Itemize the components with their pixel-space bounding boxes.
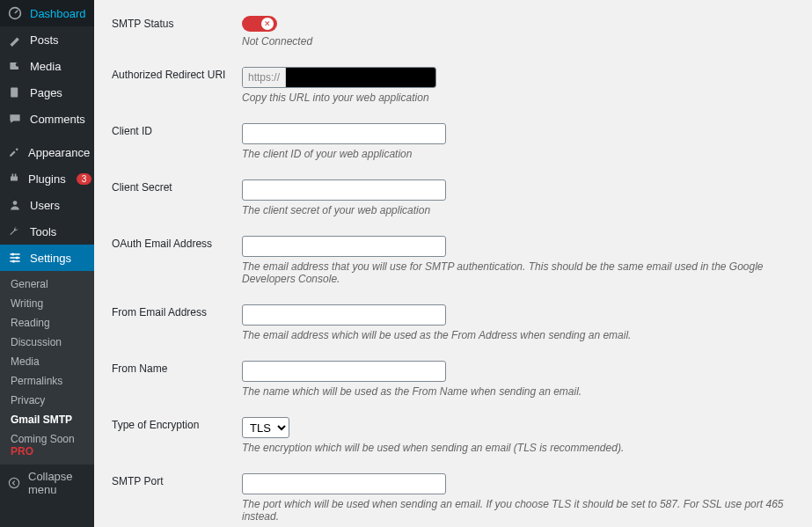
sidebar-item-appearance[interactable]: Appearance — [0, 139, 94, 165]
sidebar-item-pages[interactable]: Pages — [0, 79, 94, 106]
smtp-status-toggle[interactable]: ✕ — [242, 16, 277, 32]
sidebar-item-label: Settings — [30, 252, 71, 265]
oauth-email-desc: The email address that you will use for … — [242, 260, 794, 285]
sidebar-item-label: Pages — [30, 86, 62, 99]
sidebar-item-label: Users — [30, 199, 60, 212]
plugin-icon — [7, 171, 21, 187]
client-id-desc: The client ID of your web application — [242, 148, 794, 160]
media-icon — [7, 58, 23, 74]
svg-point-6 — [16, 256, 18, 259]
smtp-port-desc: The port which will be used when sending… — [242, 498, 794, 523]
svg-rect-3 — [11, 87, 18, 97]
settings-submenu: General Writing Reading Discussion Media… — [0, 271, 94, 465]
svg-point-4 — [13, 201, 18, 205]
from-email-label: From Email Address — [112, 304, 242, 318]
oauth-email-input[interactable] — [242, 236, 446, 257]
collapse-label: Collapse menu — [28, 470, 87, 496]
sidebar-item-posts[interactable]: Posts — [0, 26, 94, 53]
sidebar-item-plugins[interactable]: Plugins 3 — [0, 165, 94, 192]
from-name-label: From Name — [112, 361, 242, 375]
dashboard-icon — [7, 5, 23, 21]
submenu-gmail-smtp[interactable]: Gmail SMTP — [0, 410, 94, 429]
smtp-status-label: SMTP Status — [112, 16, 242, 30]
sidebar-item-settings[interactable]: Settings — [0, 245, 94, 271]
smtp-status-desc: Not Connected — [242, 35, 794, 48]
from-name-desc: The name which will be used as the From … — [242, 385, 794, 398]
redirect-uri-box[interactable]: https:// — [242, 67, 436, 88]
sidebar-item-label: Comments — [30, 113, 85, 126]
sidebar-item-label: Appearance — [28, 146, 90, 159]
sidebar-item-label: Posts — [30, 33, 59, 47]
submenu-discussion[interactable]: Discussion — [0, 333, 94, 352]
from-name-input[interactable] — [242, 361, 446, 382]
svg-point-8 — [9, 478, 18, 487]
from-email-desc: The email address which will be used as … — [242, 329, 794, 341]
submenu-privacy[interactable]: Privacy — [0, 391, 94, 410]
submenu-reading[interactable]: Reading — [0, 313, 94, 333]
client-secret-desc: The client secret of your web applicatio… — [242, 204, 794, 216]
sidebar-item-label: Plugins — [28, 172, 66, 186]
submenu-general[interactable]: General — [0, 274, 94, 294]
sidebar-item-media[interactable]: Media — [0, 53, 94, 79]
sidebar-item-label: Media — [30, 60, 61, 73]
comment-icon — [7, 111, 23, 127]
client-secret-input[interactable] — [242, 179, 446, 201]
close-icon: ✕ — [261, 18, 274, 30]
redirect-uri-desc: Copy this URL into your web application — [242, 91, 794, 104]
pin-icon — [7, 32, 23, 48]
brush-icon — [7, 144, 21, 160]
url-scheme: https:// — [243, 68, 286, 87]
sidebar-item-label: Dashboard — [30, 7, 86, 20]
client-id-label: Client ID — [112, 123, 242, 137]
redacted-url — [286, 68, 435, 87]
client-secret-label: Client Secret — [112, 179, 242, 194]
encryption-label: Type of Encryption — [112, 417, 242, 431]
user-icon — [7, 197, 23, 213]
svg-point-2 — [16, 62, 20, 67]
submenu-coming-soon[interactable]: Coming Soon PRO — [0, 429, 94, 461]
smtp-port-input[interactable] — [242, 473, 446, 494]
sidebar-item-users[interactable]: Users — [0, 192, 94, 218]
sliders-icon — [7, 250, 23, 266]
svg-point-7 — [12, 260, 15, 262]
wrench-icon — [7, 223, 23, 239]
sidebar-item-comments[interactable]: Comments — [0, 106, 94, 132]
page-icon — [7, 84, 23, 100]
settings-form: SMTP Status ✕ Not Connected Authorized R… — [94, 0, 812, 527]
encryption-desc: The encryption which will be used when s… — [242, 442, 794, 454]
sidebar-item-label: Tools — [30, 225, 56, 238]
admin-sidebar: Dashboard Posts Media Pages Comments App… — [0, 0, 94, 527]
smtp-port-label: SMTP Port — [112, 473, 242, 487]
plugins-badge: 3 — [77, 173, 92, 185]
submenu-permalinks[interactable]: Permalinks — [0, 371, 94, 391]
submenu-media[interactable]: Media — [0, 352, 94, 371]
svg-point-5 — [11, 253, 14, 255]
redirect-uri-label: Authorized Redirect URI — [112, 67, 242, 81]
client-id-input[interactable] — [242, 123, 446, 144]
encryption-select[interactable]: TLS — [242, 417, 289, 438]
collapse-icon — [7, 475, 21, 491]
sidebar-item-tools[interactable]: Tools — [0, 218, 94, 245]
collapse-menu[interactable]: Collapse menu — [0, 465, 94, 501]
from-email-input[interactable] — [242, 304, 446, 326]
sidebar-item-dashboard[interactable]: Dashboard — [0, 0, 94, 26]
submenu-writing[interactable]: Writing — [0, 294, 94, 313]
oauth-email-label: OAuth Email Address — [112, 236, 242, 250]
